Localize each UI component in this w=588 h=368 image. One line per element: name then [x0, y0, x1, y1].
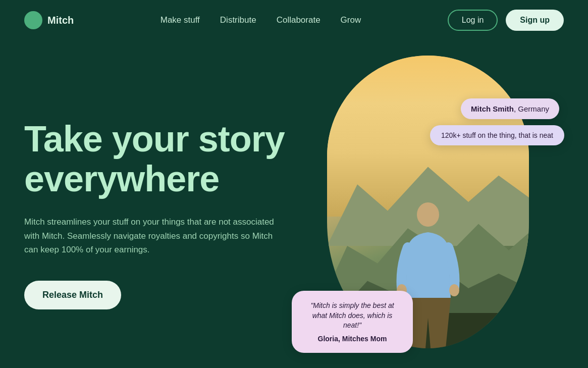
quote-text: "Mitch is simply the best at what Mitch … — [304, 301, 401, 331]
hero-right: Mitch Smith, Germany 120k+ stuff on the … — [307, 50, 549, 368]
hero-left: Take your story everywhere Mitch streaml… — [24, 50, 307, 368]
svg-point-0 — [417, 202, 439, 227]
logo[interactable]: Mitch — [24, 11, 74, 29]
stats-badge-text: 120k+ stuff on the thing, that is neat — [441, 131, 553, 139]
quote-author: Gloria, Mitches Mom — [304, 335, 401, 343]
signup-button[interactable]: Sign up — [506, 10, 564, 31]
nav-actions: Log in Sign up — [448, 10, 564, 31]
navbar: Mitch Make stuff Distribute Collaborate … — [0, 0, 588, 40]
name-badge: Mitch Smith, Germany — [461, 98, 559, 119]
hero-title: Take your story everywhere — [24, 119, 307, 199]
badge-location: , Germany — [514, 104, 549, 113]
brand-name: Mitch — [47, 15, 74, 26]
login-button[interactable]: Log in — [448, 10, 498, 31]
release-button[interactable]: Release Mitch — [24, 281, 121, 309]
stats-badge: 120k+ stuff on the thing, that is neat — [430, 125, 564, 145]
nav-make-stuff[interactable]: Make stuff — [161, 15, 200, 25]
nav-links: Make stuff Distribute Collaborate Grow — [161, 15, 361, 25]
nav-grow[interactable]: Grow — [341, 15, 361, 25]
hero-section: Take your story everywhere Mitch streaml… — [0, 40, 588, 368]
quote-badge: "Mitch is simply the best at what Mitch … — [292, 291, 413, 353]
nav-distribute[interactable]: Distribute — [220, 15, 256, 25]
badge-name-text: Mitch Smith, Germany — [471, 104, 549, 113]
svg-point-2 — [449, 284, 459, 296]
hero-description: Mitch streamlines your stuff on your thi… — [24, 215, 277, 256]
logo-icon — [24, 11, 42, 29]
nav-collaborate[interactable]: Collaborate — [277, 15, 320, 25]
badge-name-strong: Mitch Smith — [471, 104, 514, 113]
